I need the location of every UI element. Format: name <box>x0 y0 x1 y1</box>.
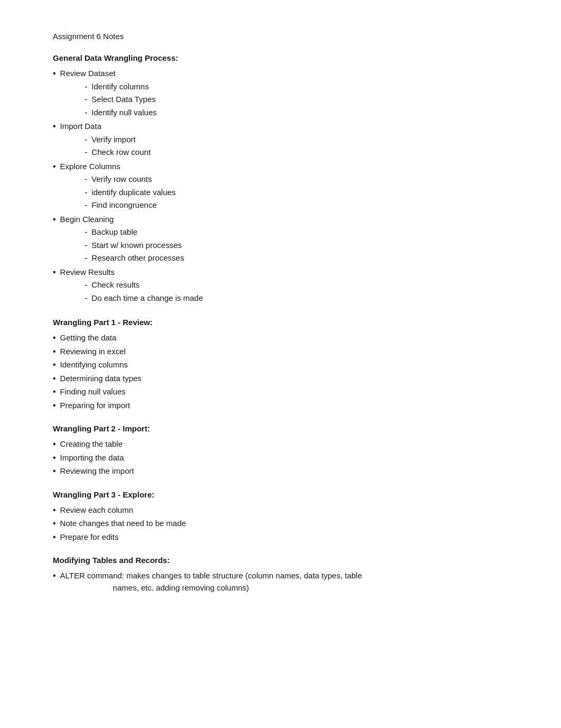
list-item: • Explore Columns <box>53 161 508 173</box>
sublist: - Identify columns - Select Data Types -… <box>53 81 157 120</box>
bullet-icon: • <box>53 465 56 477</box>
wrangling1-list: • Getting the data • Reviewing in excel … <box>53 332 508 411</box>
item-label: Preparing for import <box>60 400 130 412</box>
bullet-icon: • <box>53 570 56 582</box>
list-item-sub: - Identify columns - Select Data Types -… <box>53 81 508 120</box>
alter-item: • ALTER command: makes changes to table … <box>53 570 508 594</box>
sublist: - Backup table - Start w/ known processe… <box>53 226 184 265</box>
dash-icon: - <box>85 146 87 158</box>
sublist: - Verify import - Check row count <box>53 134 151 160</box>
sublist-item: - Research other processes <box>53 252 184 264</box>
item-label: Creating the table <box>60 438 123 450</box>
bullet-icon: • <box>53 121 56 132</box>
bullet-icon: • <box>53 266 56 278</box>
sublist: - Verify row counts - identify duplicate… <box>53 173 176 213</box>
item-label: Explore Columns <box>60 161 120 173</box>
page-title: Assignment 6 Notes <box>53 32 508 41</box>
bullet-icon: • <box>53 161 56 172</box>
item-label: Import Data <box>60 121 101 133</box>
subitem-label: Select Data Types <box>91 94 155 106</box>
item-label: Identifying columns <box>60 359 128 371</box>
dash-icon: - <box>85 187 87 198</box>
subitem-label: identify duplicate values <box>91 187 175 199</box>
wrangling3-list: • Review each column • Note changes that… <box>53 504 508 543</box>
item-label: Review Results <box>60 266 115 279</box>
dash-icon: - <box>85 199 87 211</box>
bullet-icon: • <box>53 518 56 529</box>
section-modifying: Modifying Tables and Records: • ALTER co… <box>53 556 508 594</box>
item-label: Review each column <box>60 504 133 517</box>
item-label: Review Dataset <box>60 68 116 80</box>
dash-icon: - <box>85 81 87 93</box>
item-label: Determining data types <box>60 373 142 385</box>
bullet-icon: • <box>53 373 56 384</box>
list-item: • Review each column <box>53 504 508 517</box>
sublist-item: - Verify row counts <box>53 173 176 186</box>
item-label: Note changes that need to be made <box>60 518 186 530</box>
subitem-label: Identify null values <box>91 107 156 119</box>
list-item: • Preparing for import <box>53 400 508 412</box>
subitem-label: Start w/ known processes <box>91 239 182 252</box>
list-item: • Begin Cleaning <box>53 214 508 226</box>
subitem-label: Check results <box>91 279 139 291</box>
bullet-icon: • <box>53 400 56 411</box>
list-item-sub: - Verify import - Check row count <box>53 134 508 160</box>
subitem-label: Find incongruence <box>91 199 156 211</box>
alter-main: ALTER command: makes changes to table st… <box>60 571 362 580</box>
sublist-item: - Check results <box>53 279 203 291</box>
dash-icon: - <box>85 173 87 185</box>
list-item-sub: - Verify row counts - identify duplicate… <box>53 173 508 213</box>
sublist: - Check results - Do each time a change … <box>53 279 203 305</box>
bullet-icon: • <box>53 68 56 79</box>
subitem-label: Verify import <box>91 134 135 146</box>
list-item: • Creating the table <box>53 438 508 450</box>
item-label: Finding null values <box>60 386 126 398</box>
subitem-label: Identify columns <box>91 81 148 93</box>
subitem-label: Check row count <box>91 146 151 159</box>
dash-icon: - <box>85 292 87 304</box>
sublist-item: - Identify columns <box>53 81 157 93</box>
item-label: Getting the data <box>60 332 117 344</box>
section-wrangling2-heading: Wrangling Part 2 - Import: <box>53 424 508 433</box>
list-item-sub: - Backup table - Start w/ known processe… <box>53 226 508 265</box>
bullet-icon: • <box>53 386 56 398</box>
list-item: • Import Data <box>53 121 508 133</box>
list-item: • Identifying columns <box>53 359 508 371</box>
dash-icon: - <box>85 279 87 291</box>
section-wrangling3-heading: Wrangling Part 3 - Explore: <box>53 490 508 499</box>
alter-text: ALTER command: makes changes to table st… <box>60 570 362 594</box>
item-label: Reviewing in excel <box>60 346 126 358</box>
section-wrangling3: Wrangling Part 3 - Explore: • Review eac… <box>53 490 508 543</box>
sublist-item: - Find incongruence <box>53 199 176 211</box>
sublist-item: - Verify import <box>53 134 151 146</box>
section-wrangling1-heading: Wrangling Part 1 - Review: <box>53 318 508 327</box>
sublist-item: - Select Data Types <box>53 94 157 106</box>
bullet-icon: • <box>53 332 56 344</box>
dash-icon: - <box>85 252 87 264</box>
alter-sub: names, etc. adding removing columns) <box>60 582 362 594</box>
section-general-heading: General Data Wrangling Process: <box>53 53 508 62</box>
list-item: • Review Results <box>53 266 508 279</box>
subitem-label: Verify row counts <box>91 173 152 186</box>
bullet-icon: • <box>53 504 56 516</box>
sublist-item: - Check row count <box>53 146 151 159</box>
subitem-label: Research other processes <box>91 252 184 264</box>
sublist-item: - Identify null values <box>53 107 157 119</box>
bullet-icon: • <box>53 438 56 450</box>
list-item-sub: - Check results - Do each time a change … <box>53 279 508 305</box>
dash-icon: - <box>85 226 87 238</box>
sublist-item: - Do each time a change is made <box>53 292 203 305</box>
list-item: • Prepare for edits <box>53 531 508 543</box>
section-general: General Data Wrangling Process: • Review… <box>53 53 508 305</box>
section-wrangling2: Wrangling Part 2 - Import: • Creating th… <box>53 424 508 477</box>
list-item: • Reviewing the import <box>53 465 508 477</box>
dash-icon: - <box>85 134 87 145</box>
bullet-icon: • <box>53 452 56 464</box>
list-item: • Getting the data <box>53 332 508 344</box>
item-label: Begin Cleaning <box>60 214 114 226</box>
list-item: • Importing the data <box>53 452 508 464</box>
wrangling2-list: • Creating the table • Importing the dat… <box>53 438 508 477</box>
general-list: • Review Dataset - Identify columns - Se… <box>53 68 508 305</box>
subitem-label: Backup table <box>91 226 137 238</box>
page-container: Assignment 6 Notes General Data Wranglin… <box>0 0 561 636</box>
